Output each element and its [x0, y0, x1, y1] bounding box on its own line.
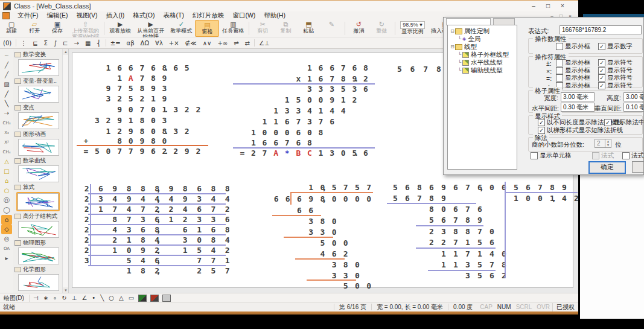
category-化学图形[interactable]: 化学图形 — [14, 266, 62, 273]
thumbnail-物理图形[interactable] — [18, 248, 59, 264]
math-symbol-button[interactable]: ∫ — [51, 40, 60, 46]
image2-tool[interactable] — [150, 295, 159, 302]
subscript-tool[interactable]: X₂ — [1, 128, 12, 138]
new-button[interactable]: ▢新建 — [0, 20, 23, 37]
circle-tool[interactable]: ○ — [1, 186, 12, 196]
category-高分子结构式[interactable]: 高分子结构式 — [14, 212, 62, 220]
category-数学曲线[interactable]: 数学曲线 — [14, 157, 62, 165]
math-symbol-button[interactable]: ∠⊥ — [256, 40, 273, 46]
show-frame-checkbox[interactable]: 显示外框 — [556, 42, 590, 51]
triangle-draw-tool[interactable]: △ — [116, 295, 126, 301]
math-symbol-button[interactable]: ∧∨ — [200, 40, 215, 46]
math-symbol-button[interactable]: ⎨ — [94, 40, 104, 46]
spinner-arrows-icon[interactable]: ▲▼ — [605, 139, 611, 147]
dotted-line-tool[interactable]: ┈ — [1, 51, 12, 60]
menu-幻灯片放映[interactable]: 幻灯片放映 — [188, 11, 229, 20]
segment-tool[interactable]: ╲ — [98, 295, 106, 301]
category-算式[interactable]: 算式 — [14, 184, 62, 191]
ellipse-tool[interactable]: ◯ — [1, 205, 12, 215]
thumbnail-算式[interactable] — [18, 193, 59, 210]
show-cells-checkbox[interactable]: 显示单元格 — [531, 152, 572, 160]
image1-tool[interactable] — [138, 295, 147, 302]
checkbox-box[interactable]: ✓ — [598, 67, 605, 74]
tree-item-属性定制[interactable]: ⊟属性定制 — [448, 27, 517, 35]
checkbox-box[interactable] — [556, 67, 563, 74]
math-symbol-button[interactable]: ⋮ — [18, 40, 30, 46]
checkbox-box[interactable] — [531, 152, 538, 159]
category-变点[interactable]: 变点 — [14, 104, 62, 112]
save-button[interactable]: ▣保存 — [46, 20, 69, 37]
checkbox-box[interactable]: ✓ — [538, 119, 545, 126]
category-物理图形[interactable]: 物理图形 — [14, 239, 62, 247]
math-symbol-button[interactable]: +× — [166, 40, 182, 46]
math-symbol-button[interactable]: ⇌ — [231, 40, 241, 46]
show-digits-checkbox[interactable]: ✓显示数字 — [598, 42, 633, 51]
height-field[interactable]: 3.00 毫米 — [623, 92, 644, 101]
undo-button[interactable]: ↺撤消 — [347, 20, 370, 37]
category-数学变换[interactable]: 数学变换 — [14, 51, 62, 59]
tree-item-水平线线型[interactable]: └水平线线型 — [448, 59, 517, 66]
thick-line-tool[interactable]: ╱ — [1, 89, 12, 99]
category-图形动画[interactable]: 图形动画 — [14, 130, 62, 138]
thin-line-tool[interactable]: ╱ — [1, 60, 12, 70]
checkbox-box[interactable]: ✓ — [604, 119, 611, 126]
drawing-menu-button[interactable]: 绘图(D) — [0, 294, 28, 302]
checkbox-box[interactable]: ✓ — [598, 59, 605, 66]
thumbnail-图形动画[interactable] — [18, 139, 59, 156]
math-symbol-button[interactable]: ▦ — [82, 40, 94, 46]
pentagon-tool[interactable]: ⌂ — [1, 176, 12, 186]
superscript-tool[interactable]: X² — [1, 138, 12, 147]
zoom-select-button[interactable]: 98.5% ▾显示比例 — [397, 20, 428, 37]
math-symbol-button[interactable]: ⇄ — [242, 40, 253, 46]
hexagon-tool[interactable]: ◇ — [1, 225, 12, 234]
triangle-tool[interactable]: △ — [1, 157, 12, 167]
expression-field[interactable]: 166768*16789.2 — [560, 25, 642, 34]
image3-tool[interactable] — [162, 295, 171, 302]
math-symbol-button[interactable]: αβ — [124, 40, 138, 46]
pane-button[interactable]: ▤窗格 — [195, 20, 219, 37]
rect-draw-tool[interactable]: ▭ — [126, 295, 136, 301]
redo-button[interactable]: ↻重做 — [370, 20, 393, 37]
more-tool[interactable]: ▸ — [1, 254, 12, 263]
menu-文件(F)[interactable]: 文件(F) — [13, 11, 42, 20]
cancel-button[interactable]: 取消 — [632, 161, 644, 173]
play-button[interactable]: ▶观看放映 — [106, 20, 134, 37]
show-division-line-checkbox[interactable]: ✓显示除法中横线 — [604, 118, 644, 127]
minimize-button[interactable]: – — [526, 1, 541, 11]
math-symbol-button[interactable]: → — [71, 40, 82, 46]
task-pane-button[interactable]: ▥任务窗格 — [219, 20, 247, 37]
sun-tool[interactable]: ∗ — [41, 295, 51, 301]
angle-tool[interactable]: ∠ — [79, 295, 89, 301]
op-symbol-checkbox[interactable]: ✓显示符号 — [598, 81, 633, 90]
oa-tool[interactable]: OA — [1, 244, 12, 254]
menu-视图(V)[interactable]: 视图(V) — [72, 11, 101, 20]
property-tree[interactable]: ⊟属性定制└◈全局⊟线型└格子外框线型└水平线线型└辅助线线型 — [447, 25, 517, 170]
teach-button[interactable]: ✓教学模式 — [167, 20, 195, 37]
house-tool[interactable]: ⌂ — [1, 215, 12, 225]
width-field[interactable]: 3.00 毫米 — [561, 92, 595, 101]
cut-button[interactable]: ✂剪切 — [251, 20, 274, 37]
math-symbol-button[interactable]: ⊏ — [60, 40, 71, 46]
checkbox-box[interactable]: ✓ — [598, 74, 605, 81]
vspacing-field[interactable]: 0.10 毫米 — [623, 103, 644, 112]
tree-item-格子外框线型[interactable]: └格子外框线型 — [448, 51, 517, 59]
checkbox-box[interactable] — [592, 152, 599, 159]
point-tool[interactable]: • — [89, 295, 98, 301]
restore-button[interactable]: □ — [541, 1, 555, 11]
menu-编辑(E)[interactable]: 编辑(E) — [42, 11, 72, 20]
tree-item-线型[interactable]: ⊟线型 — [448, 43, 517, 51]
checkbox-box[interactable] — [556, 74, 563, 81]
checkbox-box[interactable]: ✓ — [598, 82, 605, 89]
square-tool[interactable]: □ — [1, 167, 12, 176]
category-变量-普变量..[interactable]: 变量-普变量.. — [14, 77, 62, 85]
ok-button[interactable]: 确定 — [588, 161, 626, 174]
paste-button[interactable]: ⬒粘贴 — [297, 20, 320, 37]
math-symbol-button[interactable]: Σ — [41, 40, 51, 46]
math-symbol-button[interactable]: (0) — [0, 40, 14, 46]
expander-icon[interactable]: ⊟ — [450, 44, 455, 50]
checkbox-box[interactable] — [622, 152, 630, 159]
hspacing-field[interactable]: 0.30 毫米 — [561, 103, 595, 112]
ring-tool[interactable]: ◎ — [1, 234, 12, 244]
trapezoid-style-checkbox[interactable]: ✓以梯形样式显示短除法折线 — [538, 126, 623, 135]
axes-tool[interactable]: ⊥ — [69, 295, 80, 301]
